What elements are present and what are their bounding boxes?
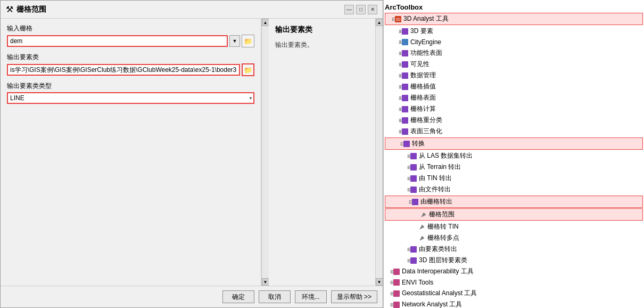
from-feature-item[interactable]: ⊞ 由要素类转出 [384,244,644,255]
minimize-button[interactable]: — [344,5,354,14]
svg-rect-4 [402,50,408,56]
svg-rect-20 [393,269,400,275]
envi-tools-expand[interactable]: ⊞ [384,278,392,287]
raster-extent-item[interactable]: 栅格范围 [385,208,643,221]
dialog-content: 输入栅格 ▼ 📁 输出要素类 📁 输出要素类类型 [1,19,383,286]
scroll-down-button[interactable]: ▼ [262,278,269,286]
svg-rect-16 [410,187,417,193]
conversion-expand[interactable]: ⊟ [385,140,402,148]
city-engine-expand[interactable]: ⊞ [384,38,401,46]
functional-surface-icon [401,49,409,58]
raster-extent-label: 栅格范围 [428,210,455,219]
output-feature-type-section: 输出要素类类型 LINE POLYGON POINT ▼ [7,82,254,104]
surface-triangulation-item[interactable]: ⊞ 表面三角化 [384,126,644,137]
cancel-button[interactable]: 取消 [259,290,291,303]
data-interop-item[interactable]: ⊞ Data Interoperability 工具 [384,266,644,277]
3d-layer-to-feature-item[interactable]: ⊞ 3D 图层转要素类 [384,255,644,266]
3d-layer-expand[interactable]: ⊞ [384,256,409,265]
functional-surface-item[interactable]: ⊞ 功能性表面 [384,47,644,59]
3d-analyst-label: 3D Analyst 工具 [402,14,449,23]
visibility-icon [401,60,409,69]
dialog-buttons: 确定 取消 环境... 显示帮助 >> [1,286,383,307]
raster-surface-item[interactable]: ⊞ 栅格表面 [384,92,644,103]
from-terrain-expand[interactable]: ⊞ [384,163,409,172]
data-management-expand[interactable]: ⊞ [384,71,401,80]
envi-tools-label: ENVI Tools [401,279,433,286]
surface-triangulation-expand[interactable]: ⊞ [384,127,401,136]
svg-rect-21 [393,279,400,286]
3d-features-item[interactable]: ⊞ 3D 要素 [384,26,644,37]
help-scroll-up-button[interactable]: ▲ [376,19,383,26]
raster-to-tin-spacer [384,223,418,231]
visibility-item[interactable]: ⊞ 可见性 [384,59,644,70]
data-management-item[interactable]: ⊞ 数据管理 [384,70,644,81]
data-management-icon [401,71,409,80]
3d-features-label: 3D 要素 [409,27,433,36]
network-analyst-expand[interactable]: ⊞ [384,301,392,309]
from-terrain-item[interactable]: ⊞ 从 Terrain 转出 [384,161,644,173]
from-las-label: 从 LAS 数据集转出 [418,151,473,160]
conversion-label: 转换 [411,139,425,148]
raster-to-tin-item[interactable]: 栅格转 TIN [384,221,644,232]
network-analyst-item[interactable]: ⊞ Network Analyst 工具 [384,299,644,308]
functional-surface-expand[interactable]: ⊞ [384,49,401,58]
from-las-item[interactable]: ⊞ 从 LAS 数据集转出 [384,150,644,161]
from-file-expand[interactable]: ⊞ [384,185,409,194]
surface-triangulation-icon [401,127,409,136]
from-file-item[interactable]: ⊞ 由文件转出 [384,184,644,195]
envi-tools-item[interactable]: ⊞ ENVI Tools [384,277,644,288]
city-engine-icon [401,38,409,46]
city-engine-item[interactable]: ⊞ CityEngine [384,37,644,47]
input-raster-dropdown[interactable]: ▼ [229,35,240,47]
svg-rect-17 [412,199,418,205]
output-feature-class-section: 输出要素类 📁 [7,53,254,76]
raster-to-multipoint-item[interactable]: 栅格转多点 [384,232,644,244]
raster-interpolation-item[interactable]: ⊞ 栅格插值 [384,81,644,92]
conversion-item[interactable]: ⊟ 转换 [385,137,643,150]
toolbox-title-item: ArcToolbox [384,2,644,12]
form-area: 输入栅格 ▼ 📁 输出要素类 📁 输出要素类类型 [1,19,261,286]
input-raster-browse[interactable]: 📁 [242,35,254,47]
output-feature-class-field[interactable] [7,64,240,76]
show-help-button[interactable]: 显示帮助 >> [331,290,377,303]
from-las-expand[interactable]: ⊞ [384,152,409,160]
data-interop-expand[interactable]: ⊞ [384,268,392,276]
close-button[interactable]: ✕ [368,5,377,14]
from-tin-label: 由 TIN 转出 [418,174,452,183]
svg-rect-5 [402,61,408,68]
svg-rect-13 [410,153,417,159]
from-terrain-label: 从 Terrain 转出 [418,163,461,172]
raster-interpolation-icon [401,83,409,91]
raster-surface-expand[interactable]: ⊞ [384,94,401,102]
3d-features-expand[interactable]: ⊞ [384,27,401,36]
raster-math-item[interactable]: ⊞ 栅格计算 [384,103,644,115]
output-feature-type-select[interactable]: LINE POLYGON POINT [7,92,254,104]
from-tin-expand[interactable]: ⊞ [384,174,409,183]
geostatistical-expand[interactable]: ⊞ [384,289,392,298]
environments-button[interactable]: 环境... [295,290,327,303]
help-text: 输出要素类。 [275,40,369,50]
output-feature-class-browse[interactable]: 📁 [242,63,254,76]
svg-rect-11 [402,128,408,135]
scroll-up-button[interactable]: ▲ [262,19,269,26]
3d-analyst-item[interactable]: ⊟ 3D 3D Analyst 工具 [385,13,643,25]
dialog-title: 栅格范围 [16,5,46,14]
ok-button[interactable]: 确定 [222,290,254,303]
restore-button[interactable]: □ [356,5,366,14]
raster-reclassify-item[interactable]: ⊞ 栅格重分类 [384,115,644,126]
geostatistical-icon [392,289,401,298]
geostatistical-item[interactable]: ⊞ Geostatistical Analyst 工具 [384,288,644,299]
from-tin-item[interactable]: ⊞ 由 TIN 转出 [384,173,644,184]
raster-math-expand[interactable]: ⊞ [384,105,401,114]
data-management-label: 数据管理 [409,71,436,80]
raster-reclassify-expand[interactable]: ⊞ [384,116,401,125]
help-scroll-down-button[interactable]: ▼ [376,278,383,286]
from-raster-item[interactable]: ⊟ 由栅格转出 [385,196,643,208]
visibility-expand[interactable]: ⊞ [384,60,401,69]
raster-interpolation-expand[interactable]: ⊞ [384,83,401,91]
output-feature-type-label: 输出要素类类型 [7,82,254,91]
input-raster-field[interactable] [7,35,228,47]
3d-analyst-expand[interactable]: ⊟ [385,15,394,23]
from-raster-expand[interactable]: ⊟ [385,198,411,206]
from-feature-expand[interactable]: ⊞ [384,245,409,254]
